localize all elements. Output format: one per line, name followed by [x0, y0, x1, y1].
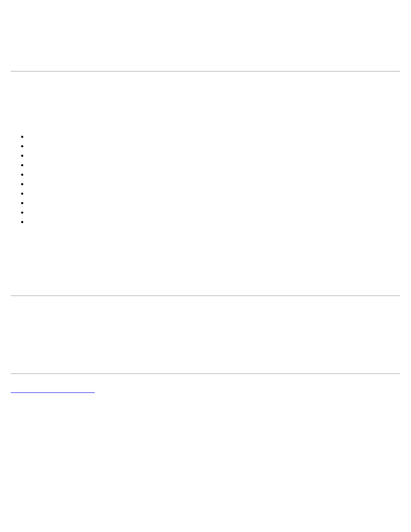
spacer-4 [11, 296, 400, 373]
list-item [28, 217, 400, 227]
list-item [28, 198, 400, 208]
list-item [28, 208, 400, 217]
list-item [28, 141, 400, 151]
list-item [28, 170, 400, 179]
list-item [28, 151, 400, 160]
list-item [28, 160, 400, 170]
list-item [28, 189, 400, 198]
list-item [28, 132, 400, 141]
bullet-list [11, 132, 400, 227]
spacer-3 [11, 227, 400, 296]
list-item [28, 179, 400, 189]
spacer-5 [11, 374, 400, 387]
spacer-2 [11, 72, 400, 132]
spacer-top [11, 11, 400, 71]
link[interactable] [11, 392, 95, 393]
